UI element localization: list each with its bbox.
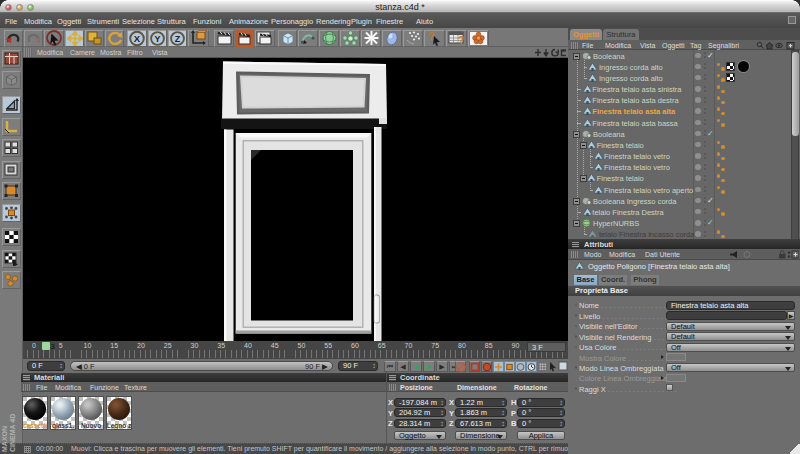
svg-text:Y: Y: [155, 33, 161, 43]
svg-text:?: ?: [458, 35, 464, 46]
svg-text:Z: Z: [175, 33, 181, 43]
svg-text:X: X: [134, 33, 141, 44]
